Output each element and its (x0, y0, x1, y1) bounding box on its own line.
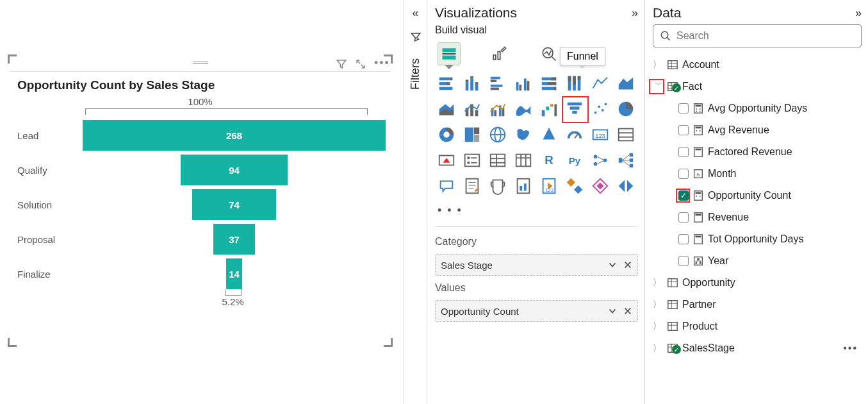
decomposition-tree-icon[interactable] (614, 149, 637, 172)
field-avg-revenue[interactable]: Avg Revenue (653, 121, 862, 140)
pie-chart-icon[interactable] (614, 97, 637, 121)
values-well[interactable]: Opportunity Count (435, 300, 638, 322)
remove-field-icon[interactable] (623, 260, 632, 269)
field-avg-opp-days[interactable]: Avg Opportunity Days (653, 99, 862, 118)
field-checkbox[interactable] (678, 147, 689, 157)
slicer-icon[interactable] (461, 149, 484, 172)
search-input[interactable] (676, 30, 855, 42)
resize-handle[interactable] (8, 55, 17, 63)
gallery-more-icon[interactable]: • • • (435, 199, 638, 223)
line-chart-icon[interactable] (589, 72, 612, 95)
matrix-icon[interactable] (512, 149, 535, 172)
goals-icon[interactable] (486, 174, 509, 198)
expand-icon[interactable]: 〉 (653, 299, 663, 310)
report-canvas[interactable]: ••• Opportunity Count by Sales Stage 100… (0, 0, 404, 404)
field-checkbox[interactable] (678, 169, 689, 179)
key-influencers-icon[interactable] (589, 149, 612, 172)
resize-handle[interactable] (8, 338, 17, 347)
map-icon[interactable] (486, 123, 509, 146)
expand-filters-icon[interactable]: « (412, 6, 418, 20)
resize-handle[interactable] (384, 338, 393, 347)
get-more-visuals-icon[interactable] (614, 174, 637, 198)
collapse-icon[interactable]: 〉 (652, 81, 664, 92)
resize-handle[interactable] (384, 55, 393, 63)
field-checkbox[interactable] (678, 125, 689, 135)
field-factored-revenue[interactable]: Factored Revenue (653, 142, 862, 162)
waterfall-chart-icon[interactable] (537, 97, 561, 121)
multi-row-card-icon[interactable] (614, 123, 637, 146)
field-checkbox[interactable] (678, 103, 689, 114)
power-automate-icon[interactable] (563, 174, 586, 198)
funnel-bar[interactable]: 268 (83, 120, 386, 151)
expand-icon[interactable]: 〉 (653, 342, 663, 354)
area-chart-icon[interactable] (614, 72, 637, 95)
clustered-bar-chart-icon[interactable] (486, 72, 509, 95)
field-checkbox[interactable] (678, 234, 689, 244)
treemap-chart-icon[interactable] (461, 123, 484, 146)
tab-analytics[interactable] (537, 42, 561, 65)
paginated-report-icon[interactable] (512, 174, 535, 198)
chevron-down-icon[interactable] (608, 307, 617, 316)
table-opportunity[interactable]: 〉Opportunity (653, 273, 862, 292)
field-opportunity-count[interactable]: Opportunity Count (653, 186, 862, 205)
funnel-bar[interactable]: 94 (181, 155, 287, 185)
drag-handle-icon[interactable] (193, 62, 208, 65)
stacked-area-chart-icon[interactable] (435, 97, 458, 121)
r-visual-icon[interactable]: R (537, 149, 561, 172)
line-stacked-column-icon[interactable] (461, 97, 484, 121)
filter-icon[interactable] (336, 58, 347, 70)
stacked-bar-chart-icon[interactable] (435, 72, 458, 95)
focus-mode-icon[interactable] (355, 58, 366, 70)
funnel-bar[interactable]: 37 (213, 224, 255, 255)
tab-format-visual[interactable] (487, 42, 511, 65)
filled-map-icon[interactable] (512, 123, 535, 146)
100pct-stacked-column-icon[interactable] (563, 72, 586, 95)
smart-narrative-icon[interactable] (461, 174, 484, 198)
funnel-row[interactable]: Finalize14 (17, 258, 386, 289)
table-fact[interactable]: 〉 ✓ Fact (653, 77, 862, 96)
remove-field-icon[interactable] (623, 307, 632, 316)
funnel-row[interactable]: Qualify94 (17, 155, 386, 185)
expand-icon[interactable]: 〉 (653, 59, 663, 71)
field-year[interactable]: Year (653, 251, 862, 271)
power-apps-icon[interactable]: 123 (537, 174, 561, 198)
table-account[interactable]: 〉Account (653, 55, 862, 74)
table-salesstage[interactable]: 〉 ✓ SalesStage ••• (653, 339, 862, 358)
gauge-icon[interactable] (563, 123, 586, 146)
chevron-down-icon[interactable] (608, 260, 617, 269)
funnel-bar[interactable]: 14 (226, 258, 242, 289)
search-box[interactable] (653, 24, 862, 47)
tab-build-visual[interactable] (438, 42, 461, 65)
funnel-visual[interactable]: ••• Opportunity Count by Sales Stage 100… (10, 56, 391, 345)
expand-icon[interactable]: 〉 (653, 277, 663, 289)
table-partner[interactable]: 〉Partner (653, 295, 862, 314)
funnel-bar[interactable]: 74 (192, 189, 276, 220)
field-checkbox[interactable] (678, 212, 689, 223)
table-icon[interactable] (486, 149, 509, 172)
collapse-data-icon[interactable]: » (855, 6, 862, 20)
python-visual-icon[interactable]: Py (563, 149, 586, 172)
scatter-chart-icon[interactable] (589, 97, 612, 121)
expand-icon[interactable]: 〉 (653, 321, 663, 332)
stacked-column-chart-icon[interactable] (461, 72, 484, 95)
funnel-row[interactable]: Lead268 (17, 120, 386, 151)
field-checkbox[interactable] (678, 190, 689, 201)
more-options-icon[interactable]: ••• (843, 342, 858, 354)
card-icon[interactable]: 123 (589, 123, 612, 146)
donut-chart-icon[interactable] (435, 123, 458, 146)
table-product[interactable]: 〉Product (653, 317, 862, 336)
line-clustered-column-icon[interactable] (486, 97, 509, 121)
collapse-visualizations-icon[interactable]: » (632, 6, 638, 20)
funnel-row[interactable]: Proposal37 (17, 224, 386, 255)
azure-map-icon[interactable] (537, 123, 561, 146)
apps-icon[interactable] (589, 174, 612, 198)
clustered-column-chart-icon[interactable] (512, 72, 535, 95)
qa-visual-icon[interactable] (435, 174, 458, 198)
field-tot-opp-days[interactable]: Tot Opportunity Days (653, 230, 862, 249)
funnel-chart-icon[interactable] (563, 97, 586, 121)
filters-pane-collapsed[interactable]: « Filters (404, 0, 427, 404)
funnel-row[interactable]: Solution74 (17, 189, 386, 220)
field-month[interactable]: fxMonth (653, 164, 862, 183)
kpi-icon[interactable] (435, 149, 458, 172)
ribbon-chart-icon[interactable] (512, 97, 535, 121)
